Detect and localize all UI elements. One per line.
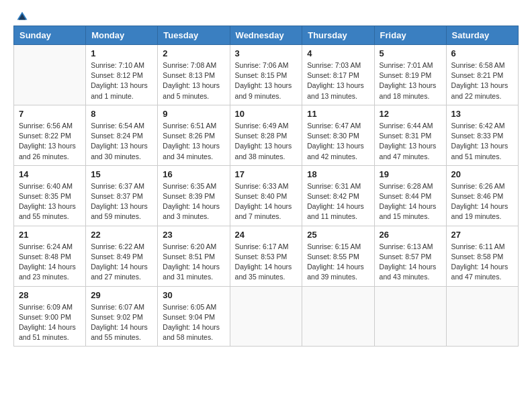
day-detail: Sunrise: 6:51 AMSunset: 8:26 PMDaylight:… [163,121,224,162]
calendar-cell: 3Sunrise: 7:06 AMSunset: 8:15 PMDaylight… [230,45,302,105]
day-number: 4 [307,48,369,58]
day-number: 30 [163,290,224,300]
day-number: 16 [163,169,224,179]
calendar-cell: 9Sunrise: 6:51 AMSunset: 8:26 PMDaylight… [158,105,230,165]
day-detail: Sunrise: 6:49 AMSunset: 8:28 PMDaylight:… [235,121,298,162]
day-detail: Sunrise: 6:35 AMSunset: 8:39 PMDaylight:… [163,181,224,222]
calendar-cell: 27Sunrise: 6:11 AMSunset: 8:58 PMDayligh… [446,226,518,286]
calendar-table: SundayMondayTuesdayWednesdayThursdayFrid… [13,26,519,347]
calendar-cell: 18Sunrise: 6:31 AMSunset: 8:42 PMDayligh… [302,165,374,226]
day-detail: Sunrise: 6:44 AMSunset: 8:31 PMDaylight:… [380,121,441,162]
calendar-cell: 10Sunrise: 6:49 AMSunset: 8:28 PMDayligh… [230,105,302,165]
day-detail: Sunrise: 7:03 AMSunset: 8:17 PMDaylight:… [307,60,369,101]
calendar-cell [374,286,446,347]
day-detail: Sunrise: 6:26 AMSunset: 8:46 PMDaylight:… [451,181,513,222]
calendar-cell: 8Sunrise: 6:54 AMSunset: 8:24 PMDaylight… [86,105,158,165]
calendar-cell: 12Sunrise: 6:44 AMSunset: 8:31 PMDayligh… [374,105,446,165]
calendar-cell: 13Sunrise: 6:42 AMSunset: 8:33 PMDayligh… [446,105,518,165]
day-number: 1 [91,48,152,58]
day-detail: Sunrise: 6:54 AMSunset: 8:24 PMDaylight:… [91,121,152,162]
calendar-week-1: 7Sunrise: 6:56 AMSunset: 8:22 PMDaylight… [14,105,519,165]
calendar-cell: 4Sunrise: 7:03 AMSunset: 8:17 PMDaylight… [302,45,374,105]
day-detail: Sunrise: 6:11 AMSunset: 8:58 PMDaylight:… [451,242,513,283]
calendar-cell: 28Sunrise: 6:09 AMSunset: 9:00 PMDayligh… [14,286,86,347]
header-saturday: Saturday [446,26,518,45]
calendar-cell: 16Sunrise: 6:35 AMSunset: 8:39 PMDayligh… [158,165,230,226]
day-number: 7 [19,109,81,119]
day-number: 5 [380,48,441,58]
calendar-cell: 21Sunrise: 6:24 AMSunset: 8:48 PMDayligh… [14,226,86,286]
day-number: 20 [451,169,513,179]
day-detail: Sunrise: 6:15 AMSunset: 8:55 PMDaylight:… [307,242,369,283]
day-detail: Sunrise: 6:28 AMSunset: 8:44 PMDaylight:… [380,181,441,222]
calendar-week-4: 28Sunrise: 6:09 AMSunset: 9:00 PMDayligh… [14,286,519,347]
calendar-cell: 11Sunrise: 6:47 AMSunset: 8:30 PMDayligh… [302,105,374,165]
day-number: 10 [235,109,298,119]
calendar-week-3: 21Sunrise: 6:24 AMSunset: 8:48 PMDayligh… [14,226,519,286]
day-detail: Sunrise: 6:58 AMSunset: 8:21 PMDaylight:… [451,60,513,101]
day-number: 18 [307,169,369,179]
calendar-cell [230,286,302,347]
day-number: 3 [235,48,298,58]
day-number: 14 [19,169,81,179]
header-tuesday: Tuesday [158,26,230,45]
day-detail: Sunrise: 6:56 AMSunset: 8:22 PMDaylight:… [19,121,81,162]
calendar-cell [446,286,518,347]
calendar-week-2: 14Sunrise: 6:40 AMSunset: 8:35 PMDayligh… [14,165,519,226]
day-detail: Sunrise: 6:22 AMSunset: 8:49 PMDaylight:… [91,242,152,283]
day-number: 22 [91,230,152,240]
day-number: 23 [163,230,224,240]
day-number: 2 [163,48,224,58]
day-detail: Sunrise: 6:24 AMSunset: 8:48 PMDaylight:… [19,242,81,283]
calendar-cell: 29Sunrise: 6:07 AMSunset: 9:02 PMDayligh… [86,286,158,347]
calendar-cell: 30Sunrise: 6:05 AMSunset: 9:04 PMDayligh… [158,286,230,347]
day-detail: Sunrise: 6:20 AMSunset: 8:51 PMDaylight:… [163,242,224,283]
calendar-header: SundayMondayTuesdayWednesdayThursdayFrid… [14,26,519,45]
day-detail: Sunrise: 7:08 AMSunset: 8:13 PMDaylight:… [163,60,224,101]
day-number: 19 [380,169,441,179]
logo-icon [16,11,28,23]
calendar-cell: 20Sunrise: 6:26 AMSunset: 8:46 PMDayligh… [446,165,518,226]
day-detail: Sunrise: 6:07 AMSunset: 9:02 PMDaylight:… [91,302,152,343]
header-friday: Friday [374,26,446,45]
calendar-week-0: 1Sunrise: 7:10 AMSunset: 8:12 PMDaylight… [14,45,519,105]
calendar-cell: 1Sunrise: 7:10 AMSunset: 8:12 PMDaylight… [86,45,158,105]
day-detail: Sunrise: 7:10 AMSunset: 8:12 PMDaylight:… [91,60,152,101]
day-number: 27 [451,230,513,240]
day-detail: Sunrise: 6:09 AMSunset: 9:00 PMDaylight:… [19,302,81,343]
calendar-cell: 19Sunrise: 6:28 AMSunset: 8:44 PMDayligh… [374,165,446,226]
header-thursday: Thursday [302,26,374,45]
day-detail: Sunrise: 6:31 AMSunset: 8:42 PMDaylight:… [307,181,369,222]
day-number: 11 [307,109,369,119]
header-sunday: Sunday [14,26,86,45]
logo [13,11,28,20]
calendar-cell [302,286,374,347]
calendar-cell: 6Sunrise: 6:58 AMSunset: 8:21 PMDaylight… [446,45,518,105]
day-number: 17 [235,169,298,179]
day-detail: Sunrise: 7:01 AMSunset: 8:19 PMDaylight:… [380,60,441,101]
day-number: 13 [451,109,513,119]
day-detail: Sunrise: 6:05 AMSunset: 9:04 PMDaylight:… [163,302,224,343]
calendar-body: 1Sunrise: 7:10 AMSunset: 8:12 PMDaylight… [14,45,519,347]
day-number: 9 [163,109,224,119]
day-number: 8 [91,109,152,119]
day-detail: Sunrise: 6:13 AMSunset: 8:57 PMDaylight:… [380,242,441,283]
day-detail: Sunrise: 6:33 AMSunset: 8:40 PMDaylight:… [235,181,298,222]
calendar-cell: 24Sunrise: 6:17 AMSunset: 8:53 PMDayligh… [230,226,302,286]
day-number: 24 [235,230,298,240]
day-detail: Sunrise: 6:37 AMSunset: 8:37 PMDaylight:… [91,181,152,222]
day-detail: Sunrise: 6:40 AMSunset: 8:35 PMDaylight:… [19,181,81,222]
day-number: 21 [19,230,81,240]
day-number: 26 [380,230,441,240]
calendar-cell: 5Sunrise: 7:01 AMSunset: 8:19 PMDaylight… [374,45,446,105]
day-detail: Sunrise: 7:06 AMSunset: 8:15 PMDaylight:… [235,60,298,101]
day-detail: Sunrise: 6:17 AMSunset: 8:53 PMDaylight:… [235,242,298,283]
calendar-cell [14,45,86,105]
day-number: 15 [91,169,152,179]
day-number: 25 [307,230,369,240]
day-detail: Sunrise: 6:42 AMSunset: 8:33 PMDaylight:… [451,121,513,162]
page-header [13,11,519,20]
calendar-cell: 22Sunrise: 6:22 AMSunset: 8:49 PMDayligh… [86,226,158,286]
header-wednesday: Wednesday [230,26,302,45]
calendar-cell: 7Sunrise: 6:56 AMSunset: 8:22 PMDaylight… [14,105,86,165]
